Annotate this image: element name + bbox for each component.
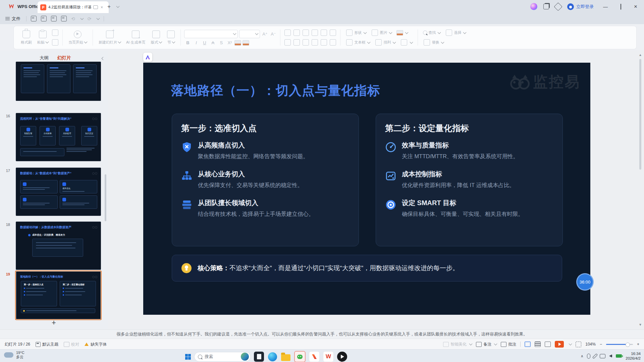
missing-font-warning[interactable]: 缺失字体 <box>85 342 107 347</box>
text-direction-icon[interactable] <box>330 29 336 36</box>
strategy-banner[interactable]: 核心策略：不追求“大而全”，而是通过“小切口”实现“大突破”，用数据驱动运维改进… <box>172 255 562 282</box>
canvas-scrollbar[interactable]: ▲ ▼ <box>639 53 642 326</box>
taskbar-clock[interactable]: 16:34 2026/4/2 <box>626 351 641 361</box>
undo-icon[interactable]: ⟲ <box>71 16 75 21</box>
smart-beautify-button[interactable]: 智能美化 <box>443 342 472 347</box>
layout-button[interactable]: 版式 <box>148 26 164 49</box>
slide-canvas[interactable]: 监控易 落地路径（一）：切入点与量化指标 第一步：选准切入点 从高频痛点切入 聚… <box>143 63 590 315</box>
decrease-indent-icon[interactable] <box>303 29 309 36</box>
slide-title[interactable]: 落地路径（一）：切入点与量化指标 <box>171 82 380 99</box>
replace-button[interactable]: 替换 <box>421 39 445 46</box>
bold-button[interactable]: B <box>184 40 191 45</box>
align-center-icon[interactable] <box>293 39 300 46</box>
edge-browser-icon[interactable] <box>267 352 277 362</box>
export-pdf-icon[interactable] <box>61 16 67 21</box>
zoom-slider[interactable] <box>606 344 633 345</box>
fill-color-button[interactable] <box>395 30 410 36</box>
scroll-down-icon[interactable]: ▼ <box>639 323 642 326</box>
close-button[interactable]: × <box>631 3 641 10</box>
speaker-icon[interactable] <box>609 354 612 358</box>
shapes-button[interactable]: 形状 <box>344 29 368 37</box>
pen-icon[interactable] <box>592 353 598 359</box>
theme-button[interactable]: 默认主题 <box>36 342 58 347</box>
textbox-button[interactable]: 文本框 <box>344 39 372 46</box>
media-player-icon[interactable] <box>337 352 347 362</box>
tab-slides[interactable]: 幻灯片 <box>57 55 71 61</box>
start-button[interactable] <box>185 354 191 360</box>
document-tab[interactable]: P 4.2监控易直播回放：IT基础 × <box>38 1 109 13</box>
display-cast-icon[interactable] <box>600 354 605 358</box>
taskbar-search[interactable]: 搜索 <box>194 352 251 362</box>
wps-ai-floating-button[interactable] <box>143 53 152 62</box>
tab-outline[interactable]: 大纲 <box>40 55 49 61</box>
step1-card[interactable]: 第一步：选准切入点 从高频痛点切入 聚焦数据库性能监控、网络告警等频发问题。 从… <box>172 114 359 246</box>
select-button[interactable]: 选择 <box>443 29 468 37</box>
paste-button[interactable]: 粘贴 <box>35 26 51 49</box>
zoom-level[interactable]: 104% <box>585 342 596 347</box>
multi-window-icon[interactable] <box>543 4 549 9</box>
section-button[interactable]: 节 <box>165 26 177 49</box>
microphone-icon[interactable] <box>587 354 590 359</box>
align-left-icon[interactable] <box>284 39 291 46</box>
format-painter-button[interactable]: 格式刷 <box>18 26 34 49</box>
increase-indent-icon[interactable] <box>312 29 318 36</box>
bullet-list-icon[interactable] <box>284 29 291 36</box>
save-icon[interactable] <box>31 16 37 21</box>
zoom-out-button[interactable]: − <box>600 342 602 347</box>
comment-button[interactable]: 批注 <box>501 342 516 347</box>
shrink-font-icon[interactable]: A⁻ <box>270 32 277 37</box>
char-spacing-icon[interactable] <box>321 29 327 36</box>
shadow-button[interactable]: S <box>218 40 225 45</box>
underline-button[interactable]: U <box>201 40 208 45</box>
fit-window-icon[interactable] <box>576 342 581 347</box>
ai-assistant-icon[interactable] <box>530 3 537 10</box>
minimize-button[interactable]: — <box>600 4 611 9</box>
proofread-button[interactable]: 校对 <box>64 342 79 347</box>
slide-thumbnail-17[interactable]: 数据驱动：从“数据成本”到“数据资产” 成本优化 <box>16 168 101 216</box>
search-highlight-image[interactable] <box>241 353 249 361</box>
slideshow-button[interactable] <box>555 341 564 348</box>
add-slide-button[interactable]: + <box>0 318 108 327</box>
workspace-box-icon[interactable] <box>554 2 562 11</box>
panel-scrollbar[interactable] <box>105 174 106 221</box>
new-slide-button[interactable]: 新建幻灯片 <box>96 26 123 49</box>
highlight-color-icon[interactable] <box>243 40 249 46</box>
play-from-current-button[interactable]: 当页开始 <box>66 26 89 49</box>
weather-widget[interactable]: 19°C多云 <box>4 351 24 359</box>
tray-expand-icon[interactable]: ∧ <box>581 354 583 358</box>
file-explorer-icon[interactable] <box>281 352 291 362</box>
notes-button[interactable]: 备注 <box>476 342 497 347</box>
battery-icon[interactable] <box>616 354 622 358</box>
photos-app-icon[interactable] <box>254 352 264 362</box>
wechat-icon-active[interactable] <box>294 351 306 362</box>
slide-thumbnail-19-selected[interactable]: 落地路径（一）：切入点与量化指标 第一步：选准切入点 第二步：设定量化指标 <box>16 271 101 319</box>
slide-thumbnail-15[interactable] <box>16 62 101 101</box>
numbered-list-icon[interactable] <box>293 29 300 36</box>
line-spacing-icon[interactable] <box>321 39 327 46</box>
login-button[interactable]: 立即登录 <box>567 3 594 10</box>
output-icon[interactable] <box>41 16 47 21</box>
slide-sorter-view-button[interactable] <box>535 342 541 347</box>
slideshow-options-chevron-icon[interactable] <box>569 342 572 346</box>
tab-list-chevron-icon[interactable] <box>116 5 119 8</box>
ai-generate-page-button[interactable]: AI 生成单页 <box>124 26 148 49</box>
present-mode-icon[interactable] <box>93 5 98 9</box>
normal-view-button[interactable] <box>525 342 531 347</box>
justify-icon[interactable] <box>312 39 318 46</box>
close-tab-icon[interactable]: × <box>100 5 104 10</box>
strikethrough-button[interactable]: A <box>209 40 216 45</box>
arrange-button[interactable]: 排列 <box>373 39 397 46</box>
scroll-up-icon[interactable]: ▲ <box>639 53 642 57</box>
wps-office-icon[interactable]: W <box>323 351 334 362</box>
redo-icon[interactable]: ⟳ <box>88 16 92 21</box>
print-icon[interactable] <box>51 16 57 21</box>
copy-icon[interactable] <box>52 39 58 46</box>
font-name-select[interactable] <box>184 30 238 38</box>
design-app-icon[interactable] <box>309 351 320 362</box>
superscript-button[interactable]: X² <box>226 40 233 45</box>
collapse-panel-icon[interactable] <box>102 57 105 60</box>
align-right-icon[interactable] <box>303 39 309 46</box>
step2-card[interactable]: 第二步：设定量化指标 效率与质量指标 关注 MTTD/MTTR、有效告警率及系统… <box>376 114 563 246</box>
picture-button[interactable]: 图片 <box>369 29 393 37</box>
presentation-timer[interactable]: 36:00 <box>576 273 594 291</box>
